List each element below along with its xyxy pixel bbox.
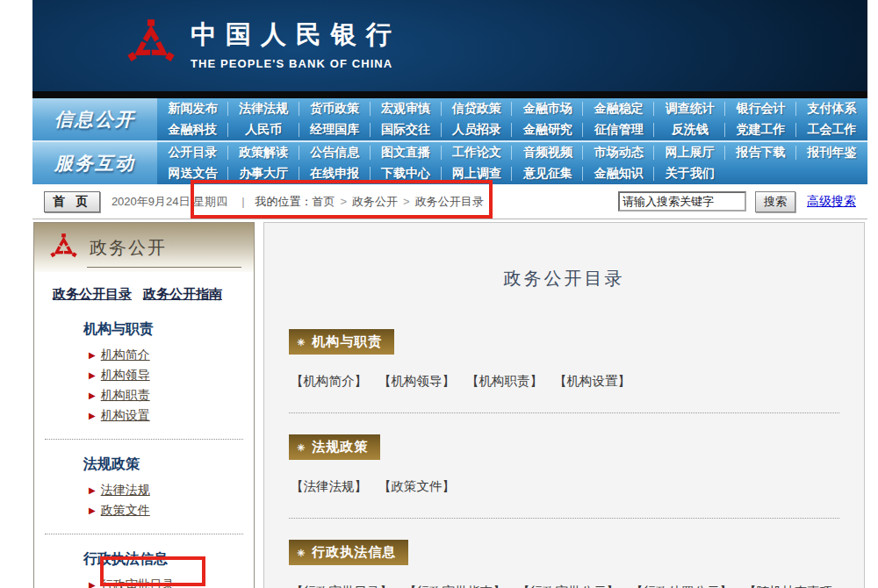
nav-item[interactable]: 工会工作 (796, 119, 867, 140)
nav-item[interactable]: 经理国库 (299, 119, 371, 140)
sidebar-top-link[interactable]: 政务公开目录 (53, 286, 132, 301)
main-sections: ✳机构与职责【机构简介】【机构领导】【机构职责】【机构设置】✳法规政策【法律法规… (264, 329, 864, 588)
pboc-logo-small-icon (49, 233, 78, 262)
nav-item[interactable]: 金融稳定 (583, 98, 654, 119)
nav-item[interactable]: 宏观审慎 (371, 98, 442, 119)
catalog-link[interactable]: 【机构领导】 (378, 374, 455, 388)
nav-row: 金融科技人民币经理国库国际交往人员招录金融研究征信管理反洗钱党建工作工会工作 (157, 119, 867, 140)
home-button[interactable]: 首 页 (44, 191, 100, 212)
content-area: 政务公开 政务公开目录政务公开指南 机构与职责▶机构简介▶机构领导▶机构职责▶机… (32, 219, 867, 588)
main-dotted-divider (289, 518, 839, 519)
sidebar-item-label[interactable]: 机构设置 (101, 408, 150, 422)
sidebar-dotted-divider (45, 534, 243, 534)
search-button[interactable]: 搜索 (755, 191, 795, 212)
nav-group-label: 信息公开 (32, 98, 157, 140)
page-title: 政务公开目录 (264, 267, 864, 290)
advanced-search-link[interactable]: 高级搜索 (807, 194, 856, 210)
search-input[interactable] (618, 191, 746, 212)
triangle-bullet-icon: ▶ (89, 370, 96, 380)
catalog-link[interactable]: 【行政审批公示】 (517, 584, 619, 588)
nav-item[interactable]: 意见征集 (512, 163, 583, 184)
sidebar-item-label[interactable]: 机构简介 (101, 348, 150, 362)
catalog-link[interactable]: 【行政处罚公示】 (630, 584, 732, 588)
breadcrumb: 首页>政务公开>政务公开目录 (313, 194, 484, 210)
sidebar-item[interactable]: ▶行政审批目录 (34, 577, 254, 588)
nav-item[interactable]: 报告下载 (725, 142, 796, 163)
nav-item[interactable]: 关于我们 (654, 163, 725, 184)
sidebar-item-label[interactable]: 机构领导 (101, 368, 150, 382)
nav-item[interactable]: 征信管理 (583, 119, 654, 140)
nav-item[interactable]: 图文直播 (371, 142, 442, 163)
sidebar-item[interactable]: ▶机构领导 (34, 368, 254, 383)
nav-item[interactable]: 人民币 (228, 119, 299, 140)
nav-row: 新闻发布法律法规货币政策宏观审慎信贷政策金融市场金融稳定调查统计银行会计支付体系 (157, 98, 867, 119)
catalog-link[interactable]: 【行政审批目录】 (291, 584, 392, 588)
nav-item[interactable]: 金融科技 (157, 119, 228, 140)
nav-item[interactable]: 人员招录 (442, 119, 513, 140)
sidebar-item[interactable]: ▶政策文件 (34, 503, 254, 518)
nav-item[interactable]: 公开目录 (157, 142, 228, 163)
nav-item[interactable]: 网上调查 (442, 163, 513, 184)
section-links: 【行政审批目录】【行政审批指南】【行政审批公示】【行政处罚公示】【随机抽查事项清… (291, 577, 838, 588)
catalog-link[interactable]: 【政策文件】 (378, 479, 455, 493)
sidebar-title: 政务公开 (90, 236, 167, 260)
sidebar-header: 政务公开 (34, 223, 254, 272)
sidebar-item-label[interactable]: 行政审批目录 (101, 577, 175, 588)
nav-item[interactable]: 市场动态 (583, 142, 654, 163)
sidebar-item-label[interactable]: 政策文件 (101, 503, 150, 517)
nav-item[interactable]: 党建工作 (725, 119, 796, 140)
nav-item[interactable]: 金融知识 (583, 163, 654, 184)
section-links: 【法律法规】【政策文件】 (291, 472, 838, 500)
nav-item[interactable]: 反洗钱 (654, 119, 725, 140)
nav-item[interactable]: 办事大厅 (228, 163, 299, 184)
nav-item[interactable]: 国际交往 (371, 119, 442, 140)
catalog-link[interactable]: 【机构简介】 (291, 374, 367, 388)
nav-item[interactable]: 工作论文 (442, 142, 513, 163)
nav-item[interactable]: 政策解读 (228, 142, 299, 163)
nav-item[interactable]: 在线申报 (299, 163, 371, 184)
catalog-link[interactable]: 【行政审批指南】 (404, 584, 506, 588)
bank-name-cn: 中国人民银行 (191, 18, 401, 53)
nav-cell-empty (796, 163, 867, 184)
nav-rows: 新闻发布法律法规货币政策宏观审慎信贷政策金融市场金融稳定调查统计银行会计支付体系… (157, 98, 867, 140)
triangle-bullet-icon: ▶ (89, 411, 96, 420)
nav-item[interactable]: 法律法规 (228, 98, 299, 119)
sidebar-item[interactable]: ▶机构简介 (34, 348, 254, 362)
catalog-link[interactable]: 【机构职责】 (466, 374, 543, 388)
starburst-icon: ✳ (297, 442, 306, 453)
nav-item[interactable]: 调查统计 (654, 98, 725, 119)
sidebar-top-link[interactable]: 政务公开指南 (143, 286, 222, 301)
sidebar-item-label[interactable]: 机构职责 (101, 388, 150, 402)
nav-item[interactable]: 金融研究 (512, 119, 583, 140)
breadcrumb-item[interactable]: 政务公开目录 (415, 195, 484, 208)
nav-item[interactable]: 音频视频 (512, 142, 583, 163)
nav-item[interactable]: 银行会计 (725, 98, 796, 119)
nav-item[interactable]: 金融市场 (512, 98, 583, 119)
breadcrumb-separator: > (398, 195, 415, 208)
main-nav: 信息公开新闻发布法律法规货币政策宏观审慎信贷政策金融市场金融稳定调查统计银行会计… (32, 98, 867, 184)
catalog-link[interactable]: 【法律法规】 (291, 479, 367, 493)
bank-names: 中国人民银行 THE PEOPLE'S BANK OF CHINA (191, 18, 401, 70)
sidebar-item[interactable]: ▶机构设置 (34, 408, 254, 423)
nav-row: 网送文告办事大厅在线申报下载中心网上调查意见征集金融知识关于我们 (157, 163, 867, 184)
nav-item[interactable]: 公告信息 (299, 142, 371, 163)
nav-item[interactable]: 新闻发布 (157, 98, 228, 119)
main-panel: 政务公开目录 ✳机构与职责【机构简介】【机构领导】【机构职责】【机构设置】✳法规… (263, 222, 865, 588)
nav-item[interactable]: 支付体系 (796, 98, 867, 119)
breadcrumb-item[interactable]: 政务公开 (352, 195, 398, 208)
triangle-bullet-icon: ▶ (89, 580, 96, 588)
sidebar-item-label[interactable]: 法律法规 (101, 483, 150, 497)
sidebar-item[interactable]: ▶机构职责 (34, 388, 254, 403)
sidebar-section-heading: 行政执法信息 (34, 550, 254, 569)
nav-item[interactable]: 网上展厅 (654, 142, 725, 163)
nav-item[interactable]: 报刊年鉴 (796, 142, 867, 163)
nav-item[interactable]: 网送文告 (157, 163, 228, 184)
nav-item[interactable]: 信贷政策 (442, 98, 513, 119)
sidebar-sections: 机构与职责▶机构简介▶机构领导▶机构职责▶机构设置法规政策▶法律法规▶政策文件行… (34, 320, 254, 588)
triangle-bullet-icon: ▶ (89, 506, 96, 515)
sidebar-item[interactable]: ▶法律法规 (34, 483, 254, 498)
breadcrumb-item[interactable]: 首页 (313, 195, 335, 208)
nav-item[interactable]: 下载中心 (371, 163, 442, 184)
catalog-link[interactable]: 【机构设置】 (554, 374, 630, 388)
nav-item[interactable]: 货币政策 (299, 98, 371, 119)
